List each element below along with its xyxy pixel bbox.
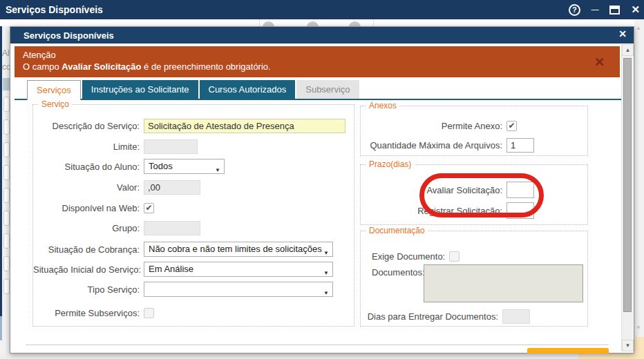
documentos-textarea[interactable]	[424, 264, 583, 302]
toolbar-circle-icon	[307, 21, 319, 26]
background-bottom-strip	[0, 353, 644, 359]
limite-input[interactable]	[144, 139, 198, 154]
servicos-disponiveis-dialog: Serviços Disponíveis ✕ Atenção O campo A…	[10, 26, 634, 353]
fieldset-prazo-legend: Prazo(dias)	[366, 159, 414, 169]
banner-field-name: Avaliar Solicitação	[61, 61, 141, 72]
tab-cursos-autorizados[interactable]: Cursos Autorizados	[200, 80, 296, 99]
minimize-icon[interactable]: ─	[591, 0, 599, 19]
tab-subservico[interactable]: Subserviço	[296, 80, 359, 99]
descricao-do-servico-label: Descrição do Serviço:	[33, 121, 140, 131]
window-titlebar: Serviços Disponíveis ? ─ ✕	[0, 0, 644, 19]
permite-subservicos-label: Permite Subserviços:	[33, 308, 140, 318]
background-toolbar-strip	[0, 19, 644, 26]
banner-close-icon[interactable]: ✕	[594, 55, 605, 70]
modal-close-icon[interactable]: ✕	[618, 28, 627, 39]
chevron-down-icon: ▼	[323, 246, 329, 257]
valor-input[interactable]	[144, 180, 200, 195]
background-text-fragment: co	[2, 62, 10, 72]
background-left-strip: Alg co	[0, 26, 10, 359]
situacao-de-cobranca-label: Situação de Cobrança:	[33, 244, 140, 255]
tipo-servico-label: Tipo Serviço:	[33, 284, 140, 295]
situacao-de-cobranca-select[interactable]: Não cobra e não tem limites de solicitaç…	[144, 242, 333, 257]
tab-servicos[interactable]: Serviços	[27, 80, 81, 100]
footer-accent-button[interactable]	[527, 348, 609, 353]
avaliar-solicitacao-input[interactable]	[506, 182, 534, 198]
fieldset-servico-legend: Serviço	[39, 99, 72, 109]
tipo-servico-select[interactable]: ▼	[144, 282, 333, 297]
descricao-do-servico-input[interactable]	[144, 119, 345, 133]
maximize-icon[interactable]	[609, 6, 620, 14]
quantidade-maxima-input[interactable]	[506, 138, 534, 153]
page: Serviços Disponíveis ? ─ ✕ Alg co ▲ ▼ Se	[0, 0, 644, 359]
registrar-solicitacao-label: Registrar Solicitação:	[360, 206, 502, 216]
background-grid-cell	[3, 78, 10, 90]
banner-message: O campo Avaliar Solicitação é de preench…	[23, 61, 612, 72]
documentos-label: Documentos:	[372, 267, 425, 278]
background-text-fragment: Alg	[2, 48, 10, 58]
page-scroll-down-icon[interactable]: ▼	[636, 324, 641, 331]
help-icon[interactable]: ?	[569, 4, 580, 16]
quantidade-maxima-label: Quantidade Máxima de Arquivos:	[360, 140, 502, 151]
warning-banner: Atenção O campo Avaliar Solicitação é de…	[15, 46, 620, 77]
limite-label: Limite:	[33, 142, 140, 152]
footer-divider	[26, 345, 609, 345]
dias-para-entregar-input[interactable]	[502, 309, 530, 324]
page-scroll-up-icon[interactable]: ▲	[636, 25, 641, 31]
permite-subservicos-checkbox[interactable]	[144, 308, 154, 318]
situacao-do-aluno-label: Situação do Aluno:	[33, 162, 140, 172]
registrar-solicitacao-input[interactable]	[506, 202, 534, 219]
modal-title: Serviços Disponíveis	[10, 30, 114, 41]
dias-para-entregar-label: Dias para Entregar Documentos:	[360, 311, 498, 322]
situacao-inicial-do-servico-select[interactable]: Em Análise ▼	[144, 262, 333, 277]
banner-title: Atenção	[23, 50, 612, 60]
scroll-thumb[interactable]	[623, 58, 632, 312]
chevron-down-icon: ▼	[215, 164, 220, 174]
disponivel-na-web-checkbox[interactable]: ✔	[144, 203, 154, 213]
permite-anexo-checkbox[interactable]: ✔	[506, 121, 517, 131]
tab-underline	[15, 99, 621, 100]
chevron-down-icon: ▼	[323, 287, 329, 297]
disponivel-na-web-label: Disponível na Web:	[33, 203, 140, 213]
situacao-inicial-do-servico-label: Situação Inicial do Serviço:	[33, 264, 140, 275]
exige-documento-checkbox[interactable]	[449, 251, 460, 262]
window-title: Serviços Disponíveis	[0, 4, 103, 15]
tab-instrucoes-ao-solicitante[interactable]: Instruções ao Solicitante	[82, 80, 198, 99]
fieldset-documentacao-legend: Documentação	[366, 226, 428, 235]
situacao-do-aluno-select[interactable]: Todos ▼	[144, 159, 225, 174]
modal-header[interactable]: Serviços Disponíveis ✕	[10, 27, 634, 43]
scroll-down-button[interactable]: ▼	[622, 340, 634, 351]
exige-documento-label: Exige Documento:	[372, 251, 445, 262]
modal-scrollbar[interactable]: ▲ ▼	[621, 44, 633, 351]
permite-anexo-label: Permite Anexo:	[360, 121, 502, 131]
avaliar-solicitacao-label: Avaliar Solicitação:	[360, 185, 502, 195]
chevron-down-icon: ▼	[323, 266, 329, 277]
window-close-icon[interactable]: ✕	[631, 3, 640, 16]
page-scrollbar[interactable]: ▲ ▼	[634, 19, 644, 359]
fieldset-anexos-legend: Anexos	[366, 101, 399, 110]
grupo-input[interactable]	[144, 221, 200, 235]
toolbar-circle-icon	[263, 21, 274, 26]
toolbar-circle-icon	[349, 21, 361, 26]
grupo-label: Grupo:	[33, 223, 140, 233]
scroll-up-button[interactable]: ▲	[622, 44, 634, 56]
valor-label: Valor:	[33, 182, 140, 193]
tab-bar: Serviços Instruções ao Solicitante Curso…	[27, 80, 359, 99]
